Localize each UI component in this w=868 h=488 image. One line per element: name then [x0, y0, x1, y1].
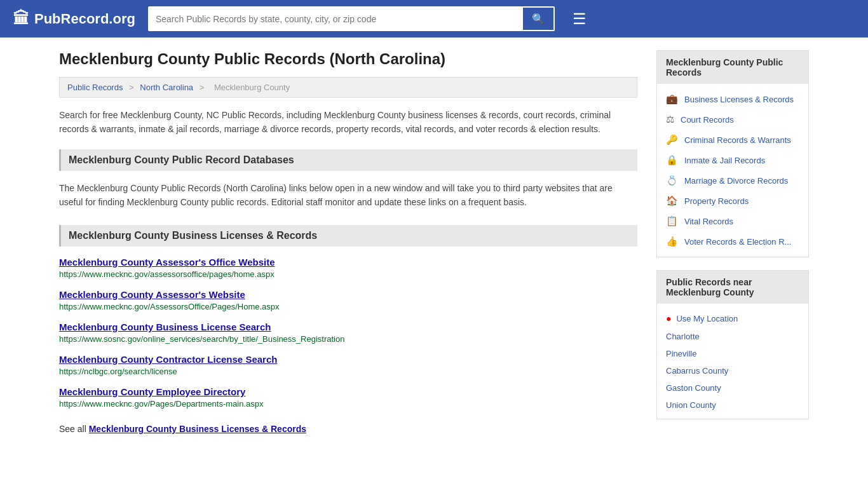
sidebar-nav-item-3[interactable]: 🔒Inmate & Jail Records [657, 150, 808, 170]
record-url-0: https://www.mecknc.gov/assessorsoffice/p… [59, 269, 275, 279]
business-section-header: Mecklenburg County Business Licenses & R… [59, 225, 637, 247]
nearby-item-1[interactable]: Pineville [657, 345, 808, 362]
logo[interactable]: 🏛 PubRecord.org [13, 9, 135, 29]
record-title-1[interactable]: Mecklenburg County Assessor's Website [59, 289, 637, 300]
sidebar-nav-item-4[interactable]: 💍Marriage & Divorce Records [657, 170, 808, 191]
breadcrumb-link-2[interactable]: North Carolina [140, 83, 193, 92]
record-url-3: https://nclbgc.org/search/license [59, 367, 177, 376]
db-description: The Mecklenburg County Public Records (N… [59, 181, 637, 210]
logo-icon: 🏛 [13, 9, 29, 29]
nearby-item-0[interactable]: Charlotte [657, 328, 808, 345]
breadcrumb-sep-2: > [200, 83, 207, 92]
search-button[interactable]: 🔍 [522, 6, 555, 31]
see-all-prefix: See all [59, 424, 89, 434]
nearby-list: CharlottePinevilleCabarrus CountyGaston … [657, 328, 808, 414]
sidebar-nav-icon-1: ⚖ [666, 114, 674, 125]
db-section-header: Mecklenburg County Public Record Databas… [59, 149, 637, 171]
record-url-4: https://www.mecknc.gov/Pages/Departments… [59, 399, 264, 409]
record-item: Mecklenburg County Business License Sear… [59, 322, 637, 344]
sidebar-card-records: Mecklenburg County Public Records 💼Busin… [656, 50, 809, 257]
sidebar-nav-item-1[interactable]: ⚖Court Records [657, 109, 808, 130]
menu-button[interactable]: ☰ [573, 10, 587, 28]
sidebar-nav: 💼Business Licenses & Records⚖Court Recor… [657, 84, 808, 257]
page-title: Mecklenburg County Public Records (North… [59, 50, 637, 68]
search-bar: 🔍 [148, 6, 555, 31]
record-title-4[interactable]: Mecklenburg County Employee Directory [59, 386, 637, 397]
sidebar-nav-label-7: Voter Records & Election R... [684, 237, 791, 247]
sidebar-nav-item-5[interactable]: 🏠Property Records [657, 191, 808, 211]
sidebar-card-nearby: Public Records near Mecklenburg County ●… [656, 270, 809, 419]
search-icon: 🔍 [532, 13, 545, 24]
record-title-3[interactable]: Mecklenburg County Contractor License Se… [59, 354, 637, 365]
records-list: Mecklenburg County Assessor's Office Web… [59, 257, 637, 409]
intro-text: Search for free Mecklenburg County, NC P… [59, 108, 637, 137]
sidebar-nav-label-0: Business Licenses & Records [684, 95, 794, 104]
record-item: Mecklenburg County Assessor's Office Web… [59, 257, 637, 279]
record-title-0[interactable]: Mecklenburg County Assessor's Office Web… [59, 257, 637, 268]
sidebar-nearby: ● Use My Location CharlottePinevilleCaba… [657, 304, 808, 419]
content-area: Mecklenburg County Public Records (North… [59, 50, 637, 434]
sidebar-nav-icon-2: 🔑 [666, 134, 678, 146]
sidebar-nav-label-5: Property Records [684, 196, 749, 206]
record-url-2: https://www.sosnc.gov/online_services/se… [59, 334, 344, 344]
record-title-2[interactable]: Mecklenburg County Business License Sear… [59, 322, 637, 332]
breadcrumb-link-1[interactable]: Public Records [67, 83, 123, 92]
nearby-item-4[interactable]: Union County [657, 396, 808, 414]
sidebar-card-records-header: Mecklenburg County Public Records [657, 51, 808, 84]
main-layout: Mecklenburg County Public Records (North… [46, 50, 822, 434]
see-all: See all Mecklenburg County Business Lice… [59, 424, 637, 434]
record-item: Mecklenburg County Assessor's Website ht… [59, 289, 637, 311]
sidebar-nav-icon-5: 🏠 [666, 195, 678, 207]
breadcrumb: Public Records > North Carolina > Meckle… [59, 77, 637, 98]
sidebar-nav-item-2[interactable]: 🔑Criminal Records & Warrants [657, 130, 808, 150]
site-header: 🏛 PubRecord.org 🔍 ☰ [0, 0, 868, 37]
nearby-item-3[interactable]: Gaston County [657, 379, 808, 396]
logo-text: PubRecord.org [34, 11, 135, 27]
sidebar-nav-icon-0: 💼 [666, 93, 678, 105]
sidebar-nav-label-1: Court Records [681, 115, 734, 125]
see-all-link[interactable]: Mecklenburg County Business Licenses & R… [89, 424, 306, 434]
record-item: Mecklenburg County Contractor License Se… [59, 354, 637, 376]
use-location-button[interactable]: ● Use My Location [657, 309, 808, 328]
sidebar-nav-icon-6: 📋 [666, 215, 678, 227]
location-icon: ● [666, 313, 671, 323]
breadcrumb-current: Mecklenburg County [214, 83, 290, 92]
use-location-label: Use My Location [676, 314, 738, 323]
sidebar-nav-item-0[interactable]: 💼Business Licenses & Records [657, 89, 808, 109]
sidebar: Mecklenburg County Public Records 💼Busin… [656, 50, 809, 434]
sidebar-nav-icon-3: 🔒 [666, 154, 678, 166]
search-input[interactable] [148, 6, 522, 31]
sidebar-nav-label-2: Criminal Records & Warrants [684, 135, 791, 145]
sidebar-card-nearby-header: Public Records near Mecklenburg County [657, 271, 808, 304]
sidebar-nav-label-6: Vital Records [684, 217, 733, 226]
record-url-1: https://www.mecknc.gov/AssessorsOffice/P… [59, 302, 280, 311]
sidebar-nav-label-4: Marriage & Divorce Records [684, 176, 788, 186]
record-item: Mecklenburg County Employee Directory ht… [59, 386, 637, 409]
sidebar-nav-label-3: Inmate & Jail Records [684, 156, 765, 165]
sidebar-nav-item-7[interactable]: 👍Voter Records & Election R... [657, 231, 808, 252]
sidebar-nav-item-6[interactable]: 📋Vital Records [657, 211, 808, 231]
breadcrumb-sep-1: > [129, 83, 136, 92]
sidebar-nav-icon-7: 👍 [666, 236, 678, 247]
sidebar-nav-icon-4: 💍 [666, 175, 678, 186]
nearby-item-2[interactable]: Cabarrus County [657, 362, 808, 379]
